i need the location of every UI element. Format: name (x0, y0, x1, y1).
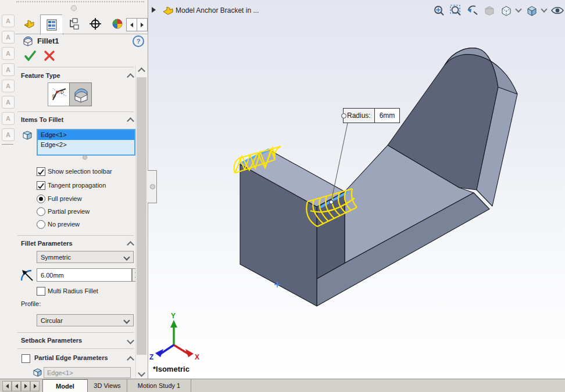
partial-edge-parameters-checkbox[interactable] (22, 354, 30, 363)
save-bodies-icon[interactable]: A (2, 96, 15, 109)
feature-type-fillet-button[interactable] (69, 82, 92, 106)
multi-radius-fillet-checkbox[interactable] (37, 287, 45, 296)
radius-input[interactable]: 6.00mm (37, 268, 132, 282)
sketch-picture-icon[interactable]: A (2, 112, 15, 125)
tab-motion-study-1[interactable]: Motion Study 1 (127, 379, 191, 392)
model-anchor-bracket[interactable]: Y X Z (148, 0, 565, 379)
cancel-button[interactable] (43, 49, 56, 62)
panel-scrollbar[interactable] (135, 66, 147, 379)
tabs-scroll-left-button[interactable] (126, 18, 137, 31)
no-preview-radio[interactable] (37, 220, 45, 229)
symmetry-dropdown[interactable]: Symmetric (37, 251, 134, 263)
panel-grip-handle[interactable] (71, 5, 77, 11)
callout-value-input[interactable]: 6mm (375, 109, 400, 123)
divider (17, 235, 134, 236)
tab-featuremanager-tree[interactable] (18, 15, 40, 33)
chevron-down-icon[interactable] (127, 337, 134, 344)
section-view-button[interactable] (482, 3, 496, 17)
profile-label: Profile: (21, 300, 41, 307)
icon-glyph: A (6, 34, 10, 41)
tab-model[interactable]: Model (42, 379, 88, 392)
scroll-down-button[interactable] (136, 368, 147, 379)
edge-list-item[interactable]: Edge<1> (38, 130, 134, 140)
bottom-tab-bar: Model 3D Views Motion Study 1 (0, 379, 565, 392)
radius-drag-handle[interactable] (330, 200, 333, 204)
annotation-move-icon[interactable]: A (2, 47, 15, 60)
chevron-down-icon[interactable] (541, 6, 547, 12)
divider (17, 348, 134, 349)
tabs-scroll-right-button[interactable] (137, 18, 148, 31)
zoom-to-area-button[interactable] (449, 3, 463, 17)
graphics-viewport[interactable]: Y X Z Model Anchor Bracket in ... (148, 0, 565, 379)
chevron-down-icon (123, 317, 130, 323)
partial-preview-radio[interactable] (37, 207, 45, 216)
section-header-fillet-parameters[interactable]: Fillet Parameters (21, 240, 73, 247)
multi-radius-fillet-label: Multi Radius Fillet (48, 287, 98, 294)
tab-configuration-manager[interactable] (62, 15, 84, 33)
section-header-partial-edge-parameters[interactable]: Partial Edge Parameters (34, 354, 108, 361)
tab-3d-views[interactable]: 3D Views (88, 379, 127, 392)
dimxpert-icon (89, 17, 102, 30)
full-preview-label: Full preview (48, 195, 82, 202)
triad-z-label: Z (149, 353, 153, 361)
annotation-note-icon[interactable]: A (2, 15, 15, 27)
last-tab-button[interactable] (30, 381, 40, 391)
tab-displaymanager[interactable] (106, 15, 128, 33)
icon-glyph: A (6, 50, 10, 57)
triad-y-label: Y (171, 312, 176, 320)
arrow-left-icon (6, 384, 9, 389)
chevron-up-icon[interactable] (127, 73, 134, 81)
tab-propertymanager[interactable] (40, 15, 63, 35)
callout-handle-icon[interactable] (341, 113, 346, 118)
first-tab-button[interactable] (2, 381, 12, 391)
profile-dropdown[interactable]: Circular (37, 314, 134, 326)
tab-dimxpertmanager[interactable] (84, 15, 106, 33)
arrow-right-icon (141, 23, 144, 27)
view-orientation-icon (500, 4, 513, 17)
solidworks-window: A A A A A A A A (0, 0, 565, 392)
section-header-items-to-fillet[interactable]: Items To Fillet (21, 116, 63, 123)
ok-button[interactable] (23, 49, 37, 63)
left-toolbar: A A A A A A A A (0, 0, 16, 379)
svg-text:D: D (52, 93, 56, 99)
tangent-propagation-checkbox[interactable] (37, 181, 45, 190)
chevron-up-icon[interactable] (127, 241, 134, 249)
show-selection-toolbar-checkbox[interactable] (37, 167, 45, 176)
scroll-up-button[interactable] (136, 66, 147, 77)
heads-up-toolbar (432, 3, 565, 17)
help-button[interactable]: ? (133, 35, 144, 47)
hide-show-items-button[interactable] (550, 3, 564, 17)
tabs-bottom-border (15, 34, 148, 34)
zoom-to-fit-button[interactable] (432, 3, 446, 17)
section-header-feature-type[interactable]: Feature Type (21, 72, 60, 79)
listbox-resize-handle[interactable] (83, 155, 87, 160)
annotation-edit-icon[interactable]: A (2, 31, 15, 44)
annotation-group-icon[interactable]: A (2, 80, 15, 92)
previous-view-button[interactable] (466, 3, 480, 17)
previous-tab-button[interactable] (12, 381, 21, 391)
partial-edge-field[interactable]: Edge<1> (44, 367, 131, 378)
flyout-document-title[interactable]: Model Anchor Bracket in ... (176, 6, 259, 15)
splitter-dot (150, 184, 155, 189)
fillet-feature-icon (22, 35, 34, 46)
chevron-up-icon[interactable] (127, 117, 134, 125)
chevron-down-icon[interactable] (515, 6, 521, 12)
radius-callout[interactable]: Radius: 6mm (343, 108, 400, 123)
edge-list-item[interactable]: Edge<2> (38, 140, 134, 150)
section-header-setback-parameters[interactable]: Setback Parameters (21, 337, 82, 344)
svg-text:D: D (60, 89, 64, 95)
panel-drag-dots[interactable] (16, 1, 144, 2)
panel-splitter-handle[interactable] (148, 170, 157, 203)
edges-listbox[interactable]: Edge<1> Edge<2> (37, 129, 135, 156)
feature-type-manual-button[interactable]: D D (48, 82, 70, 106)
belt-chain-icon[interactable]: A (2, 128, 15, 141)
next-tab-button[interactable] (21, 381, 30, 391)
chevron-up-icon[interactable] (127, 356, 134, 364)
tangent-propagation-label: Tangent propagation (48, 182, 106, 189)
flyout-tree-expand-button[interactable] (152, 7, 156, 13)
full-preview-radio[interactable] (37, 195, 45, 203)
display-style-button[interactable] (525, 3, 539, 17)
view-orientation-button[interactable] (499, 3, 513, 17)
scrollbar-thumb[interactable] (137, 77, 146, 355)
annotation-add-icon[interactable]: A (2, 63, 15, 76)
